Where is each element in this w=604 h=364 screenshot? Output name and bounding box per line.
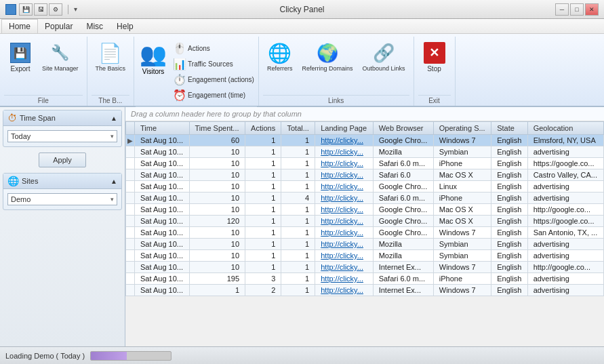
sites-value: Demo	[11, 195, 31, 203]
table-row[interactable]: Sat Aug 10...1011http://clicky...Google …	[126, 204, 604, 216]
apply-button[interactable]: Apply	[39, 153, 86, 167]
cell-8: advertising	[527, 273, 603, 285]
cell-6: Linux	[433, 181, 491, 193]
col-time-spent[interactable]: Time Spent...	[189, 122, 245, 135]
row-arrow	[126, 262, 135, 273]
sites-header[interactable]: 🌐 Sites ▲	[3, 174, 121, 189]
quick-disk-btn[interactable]: 🖫	[34, 3, 47, 16]
table-row[interactable]: Sat Aug 10...1011http://clicky...Interne…	[126, 262, 604, 273]
col-total[interactable]: Total...	[281, 122, 315, 135]
cell-1: 10	[189, 204, 245, 216]
cell-2: 1	[245, 216, 281, 227]
close-btn[interactable]: ✕	[585, 3, 599, 16]
table-row[interactable]: Sat Aug 10...1011http://clicky...Safari …	[126, 158, 604, 169]
row-arrow	[126, 204, 135, 216]
table-container[interactable]: Time Time Spent... Actions Total... Land…	[125, 121, 604, 346]
row-arrow	[126, 181, 135, 193]
menu-home[interactable]: Home	[1, 19, 38, 33]
row-arrow	[126, 285, 135, 296]
col-browser[interactable]: Web Browser	[373, 122, 433, 135]
sites-chevron: ▾	[110, 196, 114, 203]
cell-8: advertising	[527, 250, 603, 262]
table-row[interactable]: Sat Aug 10...1011http://clicky...Safari …	[126, 169, 604, 181]
table-row[interactable]: Sat Aug 10...19531http://clicky...Safari…	[126, 273, 604, 285]
engage-time-button[interactable]: ⏰ Engagement (time)	[171, 87, 257, 102]
cell-6: Windows 7	[433, 135, 491, 146]
cell-5: Safari 6.0	[373, 169, 433, 181]
table-row[interactable]: Sat Aug 10...1011http://clicky...Mozilla…	[126, 146, 604, 158]
restore-btn[interactable]: □	[570, 3, 584, 16]
cell-5: Mozilla	[373, 239, 433, 250]
row-arrow	[126, 158, 135, 169]
col-os[interactable]: Operating S...	[433, 122, 491, 135]
menu-misc[interactable]: Misc	[79, 19, 110, 33]
cell-1: 10	[189, 262, 245, 273]
quick-save-btn[interactable]: 💾	[19, 3, 33, 16]
quick-access-dropdown[interactable]: ▾	[74, 5, 77, 13]
stop-button[interactable]: ✕ Stop	[418, 39, 451, 75]
cell-6: Mac OS X	[433, 216, 491, 227]
cell-4: http://clicky...	[315, 250, 373, 262]
engage-actions-button[interactable]: ⏱️ Engagement (actions)	[171, 72, 257, 87]
cell-7: English	[491, 250, 527, 262]
domains-button[interactable]: 🌍 Referring Domains	[298, 39, 357, 75]
ribbon-group-links-label: Links	[263, 95, 409, 106]
quick-settings-btn[interactable]: ⚙	[49, 3, 62, 16]
ribbon-group-exit: ✕ Stop Exit	[414, 37, 456, 106]
cell-5: Google Chro...	[373, 216, 433, 227]
cell-2: 3	[245, 273, 281, 285]
ribbon-group-links: 🌐 Referrers 🌍 Referring Domains 🔗 Outbou…	[259, 37, 414, 106]
sites-collapse-icon: ▲	[110, 178, 117, 185]
traffic-button[interactable]: 📊 Traffic Sources	[171, 56, 257, 71]
time-span-value: Today	[11, 132, 31, 140]
col-geo[interactable]: Geolocation	[527, 122, 603, 135]
col-landing[interactable]: Landing Page	[315, 122, 373, 135]
cell-4: http://clicky...	[315, 227, 373, 239]
referrers-button[interactable]: 🌐 Referrers	[263, 39, 297, 75]
ribbon-group-links-buttons: 🌐 Referrers 🌍 Referring Domains 🔗 Outbou…	[263, 37, 409, 95]
col-state[interactable]: State	[491, 122, 527, 135]
cell-4: http://clicky...	[315, 273, 373, 285]
cell-5: Google Chro...	[373, 135, 433, 146]
menu-bar: Home Popular Misc Help	[0, 19, 604, 34]
table-row[interactable]: Sat Aug 10...1011http://clicky...Google …	[126, 181, 604, 193]
col-time[interactable]: Time	[135, 122, 190, 135]
cell-3: 1	[281, 273, 315, 285]
menu-help[interactable]: Help	[110, 19, 140, 33]
table-row[interactable]: Sat Aug 10...1011http://clicky...Google …	[126, 227, 604, 239]
cell-1: 60	[189, 135, 245, 146]
sites-dropdown[interactable]: Demo ▾	[7, 193, 117, 205]
cell-0: Sat Aug 10...	[135, 193, 190, 204]
table-row[interactable]: Sat Aug 10...12011http://clicky...Google…	[126, 216, 604, 227]
export-button[interactable]: 💾 Export	[4, 39, 37, 75]
table-row[interactable]: Sat Aug 10...1011http://clicky...Mozilla…	[126, 250, 604, 262]
cell-6: Mac OS X	[433, 169, 491, 181]
sites-content: Demo ▾	[3, 189, 121, 209]
menu-popular[interactable]: Popular	[38, 19, 79, 33]
table-row[interactable]: Sat Aug 10...1014http://clicky...Safari …	[126, 193, 604, 204]
table-row[interactable]: Sat Aug 10...121http://clicky...Internet…	[126, 285, 604, 296]
table-row[interactable]: ▶Sat Aug 10...6011http://clicky...Google…	[126, 135, 604, 146]
table-row[interactable]: Sat Aug 10...1011http://clicky...Mozilla…	[126, 239, 604, 250]
actions-button[interactable]: 🖱️ Actions	[171, 41, 257, 56]
time-span-collapse-icon: ▲	[110, 115, 117, 122]
cell-3: 4	[281, 193, 315, 204]
site-manager-button[interactable]: 🔧 Site Manager	[38, 39, 83, 75]
cell-2: 1	[245, 239, 281, 250]
cell-0: Sat Aug 10...	[135, 250, 190, 262]
cell-1: 10	[189, 169, 245, 181]
data-area: Drag a column header here to group by th…	[125, 107, 604, 346]
time-span-dropdown[interactable]: Today ▾	[7, 130, 117, 142]
time-span-header[interactable]: ⏱ Time Span ▲	[3, 110, 121, 126]
minimize-btn[interactable]: ─	[555, 3, 569, 16]
cell-0: Sat Aug 10...	[135, 285, 190, 296]
cell-3: 1	[281, 204, 315, 216]
cell-6: Windows 7	[433, 285, 491, 296]
cell-0: Sat Aug 10...	[135, 227, 190, 239]
cell-3: 1	[281, 262, 315, 273]
visitors-button[interactable]: 👥 Visitors	[136, 39, 171, 77]
basics-button[interactable]: 📄 The Basics	[92, 39, 130, 75]
outbound-button[interactable]: 🔗 Outbound Links	[358, 39, 409, 75]
col-actions[interactable]: Actions	[245, 122, 281, 135]
ribbon-group-basics-buttons: 📄 The Basics	[92, 37, 130, 95]
